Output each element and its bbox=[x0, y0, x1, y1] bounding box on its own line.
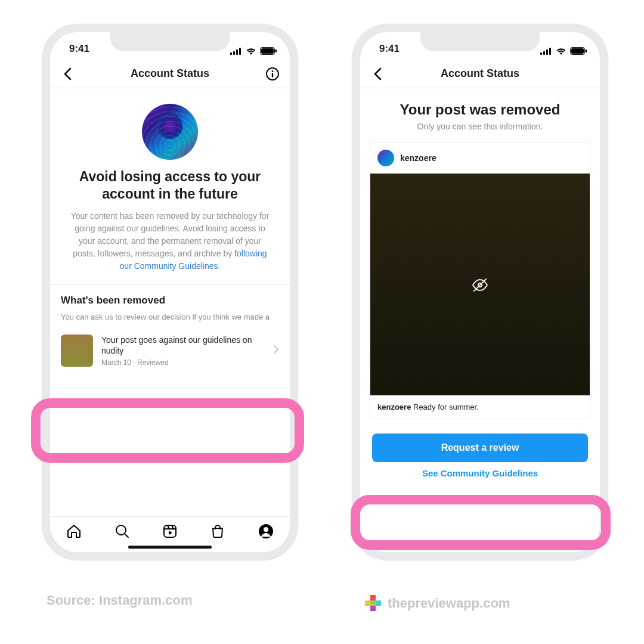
svg-rect-19 bbox=[571, 48, 584, 54]
page-title: Account Status bbox=[386, 67, 574, 80]
heading: Your post was removed bbox=[370, 101, 590, 118]
chevron-left-icon bbox=[63, 67, 72, 80]
svg-rect-0 bbox=[230, 52, 232, 55]
back-button[interactable] bbox=[369, 67, 386, 80]
post-media bbox=[370, 174, 590, 395]
home-indicator bbox=[128, 546, 212, 549]
wifi-icon bbox=[246, 47, 256, 55]
svg-rect-17 bbox=[549, 48, 551, 55]
nav-search[interactable] bbox=[114, 524, 130, 539]
notch bbox=[420, 32, 540, 51]
svg-rect-9 bbox=[272, 73, 273, 78]
status-icons bbox=[540, 47, 587, 55]
highlight-left bbox=[31, 398, 304, 463]
svg-rect-14 bbox=[540, 52, 542, 55]
svg-point-13 bbox=[264, 527, 268, 532]
status-icons bbox=[230, 47, 277, 55]
notch bbox=[110, 32, 230, 51]
nav-shop[interactable] bbox=[210, 524, 225, 539]
request-review-button[interactable]: Request a review bbox=[372, 434, 588, 462]
search-icon bbox=[114, 524, 130, 539]
description: Your content has been removed by our tec… bbox=[50, 203, 290, 284]
highlight-right bbox=[351, 495, 611, 550]
info-button[interactable] bbox=[264, 67, 281, 80]
battery-icon bbox=[260, 47, 277, 55]
phone-right: 9:41 Account Status Your post was remove… bbox=[352, 24, 608, 561]
section-subtext: You can ask us to review our decision if… bbox=[61, 312, 279, 321]
removed-thumbnail bbox=[61, 335, 93, 367]
nav-reels[interactable] bbox=[162, 524, 178, 539]
header: Account Status bbox=[50, 60, 290, 88]
svg-rect-2 bbox=[236, 49, 238, 55]
status-time: 9:41 bbox=[379, 43, 400, 55]
svg-rect-11 bbox=[164, 525, 176, 537]
post-username: kenzoere bbox=[400, 153, 436, 163]
svg-rect-3 bbox=[239, 48, 241, 55]
svg-rect-16 bbox=[546, 49, 548, 55]
battery-icon bbox=[570, 47, 587, 55]
removed-item-meta: March 10 · Reviewed bbox=[101, 358, 265, 367]
signal-icon bbox=[230, 48, 242, 55]
content-right: Your post was removed Only you can see t… bbox=[360, 88, 600, 552]
wifi-icon bbox=[556, 47, 566, 55]
nav-profile[interactable] bbox=[258, 524, 274, 539]
heading: Avoid losing access to your account in t… bbox=[50, 168, 290, 203]
shop-icon bbox=[210, 524, 225, 539]
previewapp-logo-icon bbox=[365, 595, 382, 612]
info-icon bbox=[266, 67, 279, 80]
section-removed: What's been removed You can ask us to re… bbox=[50, 285, 290, 326]
reels-icon bbox=[162, 524, 178, 539]
removed-item-title: Your post goes against our guidelines on… bbox=[101, 335, 265, 357]
avatar bbox=[377, 150, 394, 166]
status-time: 9:41 bbox=[69, 43, 89, 55]
svg-rect-6 bbox=[275, 49, 277, 52]
back-button[interactable] bbox=[58, 67, 76, 80]
profile-icon bbox=[258, 524, 274, 539]
svg-rect-20 bbox=[586, 49, 587, 52]
post-card: kenzoere kenzoere Ready for summer. bbox=[370, 142, 590, 419]
see-guidelines-link[interactable]: See Community Guidelines bbox=[370, 468, 590, 478]
app-credit: thepreviewapp.com bbox=[365, 595, 510, 612]
svg-rect-15 bbox=[543, 51, 545, 55]
signal-icon bbox=[540, 48, 552, 55]
hidden-icon bbox=[471, 275, 489, 293]
removed-item[interactable]: Your post goes against our guidelines on… bbox=[50, 326, 290, 376]
source-credit: Source: Instagram.com bbox=[47, 593, 193, 608]
subheading: Only you can see this information. bbox=[370, 122, 590, 131]
post-caption: kenzoere Ready for summer. bbox=[370, 395, 590, 419]
header: Account Status bbox=[360, 60, 600, 88]
svg-rect-5 bbox=[261, 48, 274, 54]
chevron-right-icon bbox=[273, 345, 279, 357]
page-title: Account Status bbox=[76, 67, 264, 80]
svg-rect-1 bbox=[233, 51, 235, 55]
phone-left: 9:41 Account Status Avoid losing access … bbox=[42, 24, 298, 561]
chevron-left-icon bbox=[373, 67, 382, 80]
svg-point-8 bbox=[272, 70, 274, 72]
avatar bbox=[142, 104, 198, 160]
section-heading: What's been removed bbox=[61, 295, 279, 306]
post-header: kenzoere bbox=[370, 143, 590, 174]
nav-home[interactable] bbox=[66, 524, 82, 539]
home-icon bbox=[66, 524, 82, 539]
